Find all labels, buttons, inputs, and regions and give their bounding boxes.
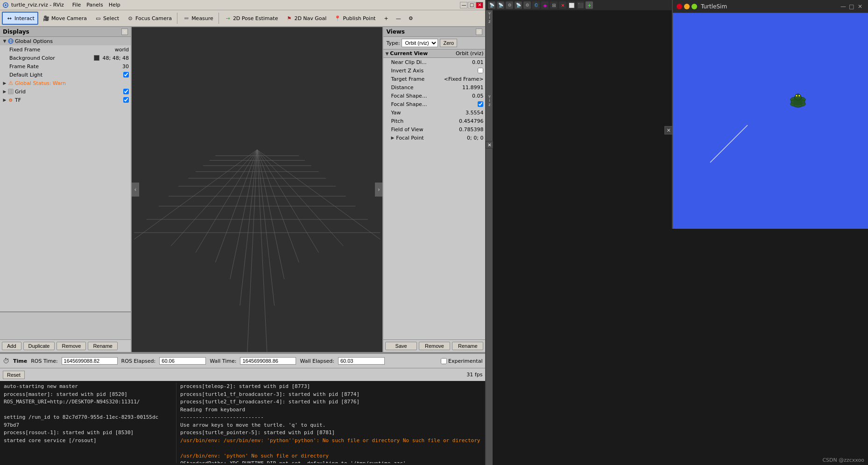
close-button[interactable]: ✕ (476, 2, 483, 8)
ext-icon-5[interactable]: ⚙ (523, 1, 531, 9)
focal-shape1-row: Focal Shape... 0.05 (383, 92, 485, 100)
pose-estimate-button[interactable]: → 2D Pose Estimate (221, 12, 282, 25)
move-camera-button[interactable]: 🎥 Move Camera (39, 12, 90, 25)
select-button[interactable]: ▭ Select (91, 12, 122, 25)
turtlesim-close-button[interactable] (677, 4, 682, 9)
invert-z-checkbox[interactable] (478, 68, 483, 73)
external-apps-area: 📡 📡 ⚙ 📡 ⚙ © ◈ ⊞ ✕ ⬜ ⬛ + 1509 viz viz ✕ (485, 0, 868, 465)
target-frame-value[interactable]: <Fixed Frame> (444, 76, 484, 82)
turtlesim-winmax-button[interactable]: □ (847, 2, 856, 11)
displays-close-button[interactable]: ✕ (121, 28, 128, 35)
views-remove-button[interactable]: Remove (419, 342, 450, 350)
focal-shape1-value[interactable]: 0.05 (472, 93, 484, 99)
current-view-toggle[interactable]: ▼ (385, 51, 388, 56)
side-close-button[interactable]: ✕ (664, 126, 673, 134)
reset-button[interactable]: Reset (3, 371, 25, 379)
menu-help[interactable]: Help (106, 1, 123, 8)
yaw-value[interactable]: 3.5554 (466, 110, 484, 116)
ext-icon-8[interactable]: ⊞ (550, 1, 557, 9)
turtlesim-winmin-button[interactable]: — (839, 2, 847, 11)
ext-icon-9[interactable]: ✕ (559, 1, 566, 9)
fov-row: Field of View 0.785398 (383, 125, 485, 134)
viewport-arrow-right[interactable]: › (375, 183, 382, 197)
ros-elapsed-input[interactable] (159, 357, 206, 365)
measure-button[interactable]: ═ Measure (179, 12, 217, 25)
ext-icon-4[interactable]: 📡 (515, 1, 522, 9)
tf-checkbox[interactable] (123, 97, 129, 103)
nav-goal-button[interactable]: ⚑ 2D Nav Goal (282, 12, 330, 25)
frame-rate-value[interactable]: 30 (122, 63, 129, 70)
views-close-button[interactable]: ✕ (476, 28, 482, 35)
ext-icon-11[interactable]: ⬛ (577, 1, 584, 9)
ext-icon-10[interactable]: ⬜ (568, 1, 575, 9)
ros-time-input[interactable] (62, 357, 118, 365)
remove-toolbar-btn[interactable]: — (393, 12, 404, 25)
tf-toggle[interactable]: ▶ (2, 97, 7, 103)
tf-label: TF (15, 97, 123, 103)
views-rename-button[interactable]: Rename (452, 342, 483, 350)
add-toolbar-btn[interactable]: + (381, 12, 391, 25)
pose-icon: → (224, 14, 232, 22)
remove-display-button[interactable]: Remove (56, 342, 86, 350)
focal-point-toggle[interactable]: ▶ (391, 135, 394, 140)
fixed-frame-value[interactable]: world (115, 47, 129, 53)
terminal-line-3 (4, 406, 172, 414)
terminal-left: auto-starting new master process[master]… (4, 383, 176, 463)
interact-button[interactable]: ↔ Interact (2, 12, 38, 25)
wall-time-input[interactable] (240, 357, 296, 365)
maximize-button[interactable]: □ (468, 2, 475, 8)
pitch-value[interactable]: 0.454796 (459, 118, 484, 124)
viewport-3d[interactable]: ‹ › (132, 27, 382, 352)
experimental-checkbox[interactable] (441, 358, 447, 364)
turtlesim-winclose-button[interactable]: ✕ (856, 2, 864, 11)
duplicate-display-button[interactable]: Duplicate (23, 342, 55, 350)
near-clip-value[interactable]: 0.01 (472, 59, 484, 65)
turtlesim-minimize-button[interactable] (684, 4, 690, 9)
rviz-sidebar-close[interactable]: ✕ (486, 141, 493, 148)
nav-goal-label: 2D Nav Goal (294, 15, 326, 21)
tf-icon: ⚙ (7, 97, 14, 103)
minimize-button[interactable]: — (460, 2, 467, 8)
ext-icon-7[interactable]: ◈ (541, 1, 549, 9)
add-display-button[interactable]: Add (2, 342, 21, 350)
global-status-toggle[interactable]: ▶ (2, 80, 7, 86)
publish-point-button[interactable]: 📍 Publish Point (331, 12, 379, 25)
focal-point-label: Focal Point (396, 135, 467, 141)
default-light-checkbox[interactable] (123, 72, 129, 78)
ext-icon-2[interactable]: 📡 (497, 1, 504, 9)
turtlesim-viewport[interactable] (673, 13, 868, 229)
focal-point-value[interactable]: 0; 0; 0 (467, 135, 483, 141)
views-save-button[interactable]: Save (385, 342, 416, 350)
viewport-arrow-left[interactable]: ‹ (132, 183, 139, 197)
distance-value[interactable]: 11.8991 (462, 85, 484, 91)
focus-camera-button[interactable]: ⊙ Focus Camera (123, 12, 175, 25)
menu-panels[interactable]: Panels (84, 1, 106, 8)
rename-display-button[interactable]: Rename (88, 342, 118, 350)
views-type-dropdown[interactable]: Orbit (rviz) (402, 39, 438, 47)
grid-toggle[interactable]: ▶ (2, 89, 7, 94)
frame-rate-row: Frame Rate 30 (0, 62, 131, 70)
focal-shape1-label: Focal Shape... (391, 93, 472, 99)
near-clip-row: Near Clip Di... 0.01 (383, 58, 485, 66)
window-title: turtle_rviz.rviz - RViz (11, 2, 64, 8)
clock-icon: ⏱ (3, 357, 9, 365)
menu-file[interactable]: File (70, 1, 84, 8)
wall-elapsed-input[interactable] (338, 357, 385, 365)
turtlesim-window: TurtleSim — □ ✕ (672, 0, 868, 229)
grid-checkbox[interactable] (123, 89, 129, 94)
ext-icon-12[interactable]: + (586, 1, 593, 9)
ext-icon-6[interactable]: © (532, 1, 540, 9)
background-color-swatch[interactable] (94, 55, 99, 61)
fov-value[interactable]: 0.785398 (459, 127, 484, 133)
settings-toolbar-btn[interactable]: ⚙ (405, 12, 416, 25)
views-zero-button[interactable]: Zero (440, 39, 457, 47)
turtlesim-maximize-button[interactable] (692, 4, 697, 9)
terminal-line-0: auto-starting new master (4, 383, 172, 391)
rviz-window: turtle_rviz.rviz - RViz File Panels Help… (0, 0, 485, 465)
ext-icon-1[interactable]: 📡 (488, 1, 495, 9)
grid-row: ▶ Grid (0, 87, 131, 96)
global-options-toggle[interactable]: ▼ (2, 38, 7, 44)
focal-shape2-checkbox[interactable] (478, 101, 483, 107)
current-view-header: ▼ Current View Orbit (rviz) (383, 49, 485, 58)
ext-icon-3[interactable]: ⚙ (506, 1, 513, 9)
